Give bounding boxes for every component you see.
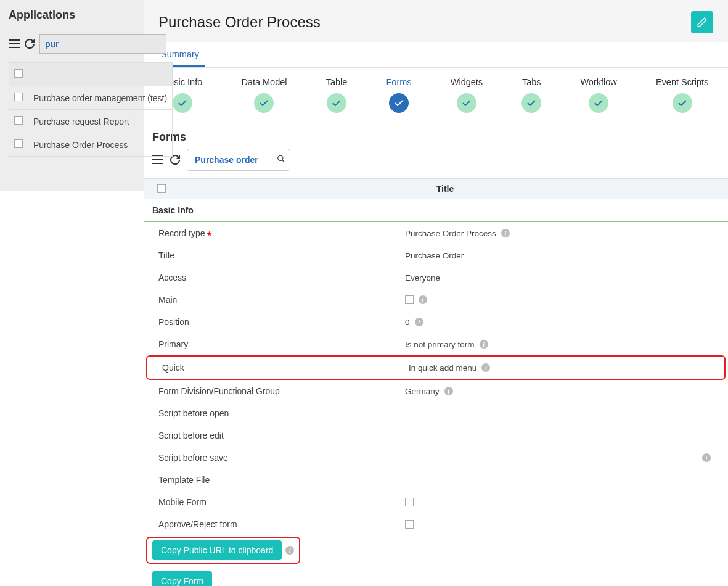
sidebar: Applications Purchase order management (… — [0, 0, 144, 165]
step-event-scripts[interactable]: Event Scripts — [656, 77, 708, 113]
copy-url-row: Copy Public URL to clipboard i — [146, 537, 300, 564]
step-forms[interactable]: Forms — [386, 77, 411, 113]
forms-section-title: Forms — [144, 128, 728, 149]
info-icon[interactable]: i — [481, 363, 490, 372]
copy-form-button[interactable]: Copy Form — [152, 571, 212, 586]
copy-url-button[interactable]: Copy Public URL to clipboard — [152, 540, 282, 560]
select-all-forms-checkbox[interactable] — [157, 184, 166, 193]
info-icon[interactable]: i — [419, 295, 427, 304]
info-icon[interactable]: i — [702, 453, 711, 462]
step-widgets[interactable]: Widgets — [451, 77, 483, 113]
field-record-type: Record type★ Purchase Order Processi — [144, 222, 728, 244]
sidebar-search-input[interactable] — [39, 34, 166, 54]
row-checkbox[interactable] — [14, 116, 23, 125]
search-icon[interactable] — [277, 155, 285, 165]
field-position: Position 0i — [144, 311, 728, 333]
check-icon — [521, 93, 541, 113]
check-icon — [457, 93, 476, 113]
check-icon — [589, 93, 608, 113]
field-access: Access Everyone — [144, 266, 728, 289]
copy-form-row: Copy Form — [144, 569, 728, 586]
svg-point-0 — [278, 155, 283, 160]
applications-table: Purchase order management (test) Purchas… — [9, 62, 173, 157]
mobile-checkbox[interactable] — [405, 498, 414, 506]
row-checkbox[interactable] — [14, 139, 23, 148]
step-workflow[interactable]: Workflow — [580, 77, 616, 113]
steps-nav: Basic Info Data Model Table Forms Widget… — [144, 68, 728, 123]
field-quick: Quick In quick add menui — [146, 355, 726, 380]
select-all-checkbox[interactable] — [14, 69, 23, 78]
check-icon — [173, 93, 192, 113]
field-title: Title Purchase Order — [144, 244, 728, 266]
info-icon[interactable]: i — [480, 340, 488, 349]
app-name: Purchase order management (test) — [28, 86, 173, 110]
table-row[interactable]: Purchase request Report — [9, 110, 173, 133]
content: Forms Title Basic Info Record type★ Purc… — [144, 123, 728, 586]
info-icon[interactable]: i — [415, 318, 423, 326]
field-script-edit: Script before edit — [144, 424, 728, 447]
step-data-model[interactable]: Data Model — [241, 77, 287, 113]
step-tabs[interactable]: Tabs — [521, 77, 541, 113]
approve-checkbox[interactable] — [405, 520, 414, 529]
app-name: Purchase request Report — [28, 110, 173, 133]
table-row[interactable]: Purchase Order Process — [9, 133, 173, 157]
required-icon: ★ — [206, 229, 213, 238]
main-panel: Purchase Order Process Summary Basic Inf… — [144, 0, 728, 586]
field-main: Main i — [144, 289, 728, 311]
field-script-open: Script before open — [144, 402, 728, 424]
header: Purchase Order Process — [144, 0, 728, 42]
field-approve: Approve/Reject form — [144, 513, 728, 535]
table-row[interactable]: Purchase order management (test) — [9, 86, 173, 110]
column-title: Title — [171, 184, 719, 194]
field-script-save: Script before save i — [144, 447, 728, 469]
refresh-icon[interactable] — [25, 38, 35, 49]
check-icon — [327, 93, 346, 113]
check-icon — [673, 93, 692, 113]
check-icon — [254, 93, 274, 113]
info-icon[interactable]: i — [285, 546, 294, 555]
step-table[interactable]: Table — [326, 77, 348, 113]
tab-bar: Summary — [144, 42, 728, 68]
row-checkbox[interactable] — [14, 93, 23, 101]
info-icon[interactable]: i — [501, 229, 510, 237]
main-checkbox[interactable] — [405, 295, 414, 304]
sidebar-title: Applications — [9, 9, 135, 22]
field-mobile: Mobile Form — [144, 491, 728, 513]
field-division: Form Division/Functional Group Germanyi — [144, 380, 728, 402]
page-title: Purchase Order Process — [158, 14, 321, 31]
info-icon[interactable]: i — [444, 387, 453, 395]
forms-search-input[interactable] — [187, 149, 290, 171]
menu-icon[interactable] — [9, 38, 20, 49]
check-icon — [389, 93, 409, 113]
edit-button[interactable] — [691, 11, 713, 33]
basic-info-heading: Basic Info — [144, 199, 728, 222]
app-name: Purchase Order Process — [28, 133, 173, 157]
field-primary: Primary Is not primary formi — [144, 333, 728, 355]
field-template: Template File — [144, 469, 728, 491]
forms-table-header: Title — [144, 178, 728, 199]
